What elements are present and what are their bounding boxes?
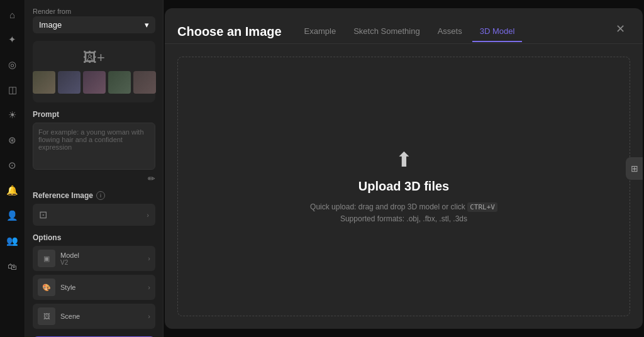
add-image-icon[interactable]: 🖼+ [83, 50, 105, 66]
modal-tabs: Example Sketch Something Assets 3D Model [297, 21, 523, 41]
side-panel-button[interactable]: ⊞ [626, 157, 643, 180]
thumbnail-1[interactable] [33, 71, 55, 94]
thumbnail-4[interactable] [108, 71, 131, 94]
thumbnail-3[interactable] [83, 71, 106, 94]
upload-title: Upload 3D files [358, 179, 449, 194]
modal-header: Choose an Image Example Sketch Something… [165, 8, 643, 44]
upload-subtitle-text2: Supported formats: .obj, .fbx, .stl, .3d… [340, 214, 467, 223]
option-style-thumb: 🎨 [38, 279, 55, 296]
tab-example[interactable]: Example [297, 21, 344, 42]
option-model-text: Model V2 [60, 251, 79, 266]
option-model-left: ▣ Model V2 [38, 250, 79, 267]
option-scene-name: Scene [60, 312, 80, 320]
upload-subtitle: Quick upload: drag and drop 3D model or … [310, 201, 497, 225]
option-scene-text: Scene [60, 312, 80, 320]
tab-sketch[interactable]: Sketch Something [346, 21, 428, 42]
render-from-value: Image [39, 20, 62, 30]
image-upload-area: 🖼+ [33, 41, 155, 102]
info-icon[interactable]: i [96, 191, 105, 200]
render-from-section: Render from Image ▾ [33, 8, 155, 33]
sidebar: Render from Image ▾ 🖼+ Prompt ✏ Referenc… [25, 0, 164, 337]
modal-body: ⬆ Upload 3D files Quick upload: drag and… [165, 44, 643, 329]
thumbnail-row [33, 71, 156, 94]
option-style-left: 🎨 Style [38, 279, 75, 296]
ref-image-placeholder-icon: ⊡ [39, 209, 47, 221]
ref-image-picker[interactable]: ⊡ › [33, 204, 155, 226]
option-model-name: Model [60, 251, 79, 259]
drop-zone[interactable]: ⬆ Upload 3D files Quick upload: drag and… [177, 57, 630, 316]
option-model-thumb: ▣ [38, 250, 55, 267]
target-icon[interactable]: ◎ [6, 58, 19, 72]
person-icon[interactable]: 👤 [6, 209, 19, 223]
wand-icon[interactable]: ✏ [148, 174, 155, 184]
modal-title: Choose an Image [177, 25, 282, 39]
option-scene-row[interactable]: 🖼 Scene › [33, 304, 155, 329]
render-from-label: Render from [33, 8, 155, 15]
dots-icon[interactable]: ⊛ [6, 133, 19, 147]
tab-assets[interactable]: Assets [430, 21, 470, 42]
thumbnail-5[interactable] [133, 71, 156, 94]
thumbnail-2[interactable] [58, 71, 80, 94]
options-label: Options [33, 233, 155, 242]
ref-image-label-row: Reference Image i [33, 191, 155, 200]
group-icon[interactable]: 👥 [6, 234, 19, 248]
ai-icon[interactable]: ✦ [6, 33, 19, 47]
options-section: Options ▣ Model V2 › 🎨 Style › 🖼 [33, 233, 155, 329]
reference-image-section: Reference Image i ⊡ › [33, 191, 155, 226]
option-scene-thumb: 🖼 [38, 307, 55, 325]
prompt-actions: ✏ [33, 174, 155, 184]
prompt-label: Prompt [33, 110, 155, 119]
option-scene-chevron: › [148, 312, 150, 320]
option-style-text: Style [60, 284, 75, 291]
option-style-name: Style [60, 284, 75, 291]
render-from-select[interactable]: Image ▾ [33, 16, 155, 33]
tab-3d-model[interactable]: 3D Model [472, 21, 523, 42]
option-model-row[interactable]: ▣ Model V2 › [33, 246, 155, 271]
close-button[interactable]: ✕ [611, 19, 630, 38]
modal: Choose an Image Example Sketch Something… [165, 8, 643, 329]
chart-icon[interactable]: ◫ [6, 83, 19, 97]
home-icon[interactable]: ⌂ [6, 8, 19, 21]
option-model-chevron: › [148, 255, 150, 262]
icon-bar: ⌂ ✦ ◎ ◫ ☀ ⊛ ⊙ 🔔 👤 👥 🛍 [0, 0, 25, 337]
modal-overlay: Choose an Image Example Sketch Something… [164, 0, 644, 337]
bag-icon[interactable]: 🛍 [6, 259, 19, 273]
ref-image-label: Reference Image [33, 191, 93, 200]
prompt-section: Prompt ✏ [33, 110, 155, 184]
bullseye-icon[interactable]: ⊙ [6, 158, 19, 172]
bell-icon[interactable]: 🔔 [6, 184, 19, 197]
chevron-right-icon: › [147, 211, 149, 219]
option-scene-left: 🖼 Scene [38, 307, 80, 325]
upload-icon: ⬆ [396, 148, 413, 172]
upload-subtitle-text1: Quick upload: drag and drop 3D model or … [310, 202, 465, 211]
prompt-textarea[interactable] [33, 123, 155, 170]
option-style-chevron: › [148, 284, 150, 291]
lightbulb-icon[interactable]: ☀ [6, 108, 19, 122]
chevron-down-icon: ▾ [145, 20, 149, 30]
option-model-value: V2 [60, 259, 79, 266]
option-style-row[interactable]: 🎨 Style › [33, 275, 155, 300]
upload-shortcut: CTRL+V [467, 202, 497, 212]
